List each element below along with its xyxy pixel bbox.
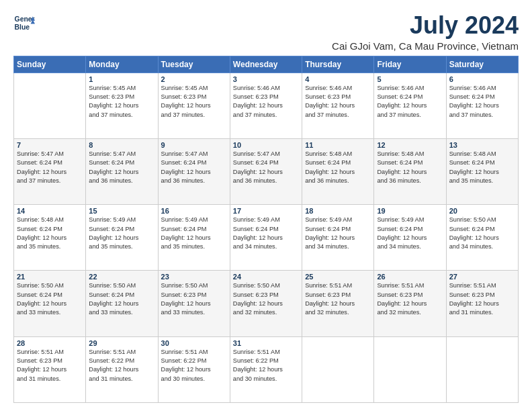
week-row-2: 7Sunrise: 5:47 AM Sunset: 6:24 PM Daylig… [14, 138, 519, 204]
day-number: 18 [305, 207, 371, 215]
day-info: Sunrise: 5:46 AM Sunset: 6:23 PM Dayligh… [305, 84, 371, 120]
day-info: Sunrise: 5:48 AM Sunset: 6:24 PM Dayligh… [17, 216, 83, 251]
day-info: Sunrise: 5:45 AM Sunset: 6:23 PM Dayligh… [161, 84, 227, 120]
calendar-header: Sunday Monday Tuesday Wednesday Thursday… [14, 56, 519, 73]
calendar-cell: 5Sunrise: 5:46 AM Sunset: 6:24 PM Daylig… [374, 73, 446, 138]
day-number: 5 [377, 75, 443, 83]
calendar-cell: 12Sunrise: 5:48 AM Sunset: 6:24 PM Dayli… [374, 138, 446, 204]
week-row-3: 14Sunrise: 5:48 AM Sunset: 6:24 PM Dayli… [14, 205, 519, 271]
day-number: 19 [377, 207, 443, 215]
calendar-cell: 23Sunrise: 5:50 AM Sunset: 6:23 PM Dayli… [158, 271, 230, 336]
header-monday: Monday [86, 56, 158, 73]
day-number: 25 [305, 273, 371, 281]
day-number: 29 [89, 339, 154, 347]
calendar-cell: 27Sunrise: 5:51 AM Sunset: 6:23 PM Dayli… [446, 271, 518, 336]
day-info: Sunrise: 5:50 AM Sunset: 6:23 PM Dayligh… [161, 281, 227, 317]
day-info: Sunrise: 5:49 AM Sunset: 6:24 PM Dayligh… [161, 216, 227, 251]
day-number: 17 [233, 207, 299, 215]
logo: General Blue [13, 12, 35, 34]
day-number: 15 [89, 207, 154, 215]
calendar-cell: 7Sunrise: 5:47 AM Sunset: 6:24 PM Daylig… [14, 138, 86, 204]
header-row: Sunday Monday Tuesday Wednesday Thursday… [14, 56, 519, 73]
day-info: Sunrise: 5:48 AM Sunset: 6:24 PM Dayligh… [377, 150, 443, 185]
page: General Blue July 2024 Cai GJoi Vam, Ca … [0, 0, 532, 411]
calendar-cell: 8Sunrise: 5:47 AM Sunset: 6:24 PM Daylig… [86, 138, 158, 204]
calendar-cell: 9Sunrise: 5:47 AM Sunset: 6:24 PM Daylig… [158, 138, 230, 204]
calendar-cell: 17Sunrise: 5:49 AM Sunset: 6:24 PM Dayli… [230, 205, 302, 271]
calendar-cell: 16Sunrise: 5:49 AM Sunset: 6:24 PM Dayli… [158, 205, 230, 271]
calendar-cell: 29Sunrise: 5:51 AM Sunset: 6:22 PM Dayli… [86, 336, 158, 402]
calendar-table: Sunday Monday Tuesday Wednesday Thursday… [13, 56, 519, 403]
day-info: Sunrise: 5:50 AM Sunset: 6:24 PM Dayligh… [449, 216, 515, 251]
day-number: 16 [161, 207, 227, 215]
header-tuesday: Tuesday [158, 56, 230, 73]
calendar-cell: 31Sunrise: 5:51 AM Sunset: 6:22 PM Dayli… [230, 336, 302, 402]
main-title: July 2024 [332, 12, 519, 39]
day-info: Sunrise: 5:45 AM Sunset: 6:23 PM Dayligh… [89, 84, 154, 120]
day-info: Sunrise: 5:51 AM Sunset: 6:23 PM Dayligh… [17, 348, 83, 383]
day-info: Sunrise: 5:51 AM Sunset: 6:23 PM Dayligh… [305, 281, 371, 317]
calendar-cell: 20Sunrise: 5:50 AM Sunset: 6:24 PM Dayli… [446, 205, 518, 271]
day-number: 6 [449, 75, 515, 83]
calendar-cell: 4Sunrise: 5:46 AM Sunset: 6:23 PM Daylig… [302, 73, 374, 138]
day-number: 3 [233, 75, 299, 83]
calendar-cell [446, 336, 518, 402]
header-friday: Friday [374, 56, 446, 73]
calendar-cell: 14Sunrise: 5:48 AM Sunset: 6:24 PM Dayli… [14, 205, 86, 271]
calendar-cell: 10Sunrise: 5:47 AM Sunset: 6:24 PM Dayli… [230, 138, 302, 204]
day-info: Sunrise: 5:51 AM Sunset: 6:22 PM Dayligh… [89, 348, 154, 383]
day-info: Sunrise: 5:51 AM Sunset: 6:23 PM Dayligh… [449, 281, 515, 317]
subtitle: Cai GJoi Vam, Ca Mau Province, Vietnam [332, 40, 519, 52]
day-info: Sunrise: 5:51 AM Sunset: 6:22 PM Dayligh… [161, 348, 227, 383]
calendar-cell: 13Sunrise: 5:48 AM Sunset: 6:24 PM Dayli… [446, 138, 518, 204]
header-thursday: Thursday [302, 56, 374, 73]
header: General Blue July 2024 Cai GJoi Vam, Ca … [13, 12, 519, 52]
day-number: 4 [305, 75, 371, 83]
day-info: Sunrise: 5:51 AM Sunset: 6:22 PM Dayligh… [233, 348, 299, 383]
calendar-cell [14, 73, 86, 138]
day-info: Sunrise: 5:47 AM Sunset: 6:24 PM Dayligh… [161, 150, 227, 185]
calendar-cell: 3Sunrise: 5:46 AM Sunset: 6:23 PM Daylig… [230, 73, 302, 138]
day-info: Sunrise: 5:46 AM Sunset: 6:24 PM Dayligh… [377, 84, 443, 120]
calendar-cell: 18Sunrise: 5:49 AM Sunset: 6:24 PM Dayli… [302, 205, 374, 271]
day-info: Sunrise: 5:50 AM Sunset: 6:24 PM Dayligh… [89, 281, 154, 317]
header-saturday: Saturday [446, 56, 518, 73]
day-info: Sunrise: 5:50 AM Sunset: 6:24 PM Dayligh… [17, 281, 83, 317]
calendar-cell: 2Sunrise: 5:45 AM Sunset: 6:23 PM Daylig… [158, 73, 230, 138]
day-info: Sunrise: 5:49 AM Sunset: 6:24 PM Dayligh… [305, 216, 371, 251]
day-number: 26 [377, 273, 443, 281]
calendar-cell: 21Sunrise: 5:50 AM Sunset: 6:24 PM Dayli… [14, 271, 86, 336]
calendar-cell: 19Sunrise: 5:49 AM Sunset: 6:24 PM Dayli… [374, 205, 446, 271]
day-info: Sunrise: 5:49 AM Sunset: 6:24 PM Dayligh… [377, 216, 443, 251]
title-block: July 2024 Cai GJoi Vam, Ca Mau Province,… [332, 12, 519, 52]
day-info: Sunrise: 5:51 AM Sunset: 6:23 PM Dayligh… [377, 281, 443, 317]
day-number: 21 [17, 273, 83, 281]
generalblue-logo-icon: General Blue [13, 12, 35, 34]
week-row-5: 28Sunrise: 5:51 AM Sunset: 6:23 PM Dayli… [14, 336, 519, 402]
day-number: 27 [449, 273, 515, 281]
calendar-cell: 25Sunrise: 5:51 AM Sunset: 6:23 PM Dayli… [302, 271, 374, 336]
day-number: 24 [233, 273, 299, 281]
day-info: Sunrise: 5:49 AM Sunset: 6:24 PM Dayligh… [89, 216, 154, 251]
calendar-cell: 28Sunrise: 5:51 AM Sunset: 6:23 PM Dayli… [14, 336, 86, 402]
calendar-cell: 22Sunrise: 5:50 AM Sunset: 6:24 PM Dayli… [86, 271, 158, 336]
calendar-cell: 24Sunrise: 5:50 AM Sunset: 6:23 PM Dayli… [230, 271, 302, 336]
calendar-cell: 26Sunrise: 5:51 AM Sunset: 6:23 PM Dayli… [374, 271, 446, 336]
calendar-cell [302, 336, 374, 402]
week-row-1: 1Sunrise: 5:45 AM Sunset: 6:23 PM Daylig… [14, 73, 519, 138]
header-sunday: Sunday [14, 56, 86, 73]
calendar-cell: 30Sunrise: 5:51 AM Sunset: 6:22 PM Dayli… [158, 336, 230, 402]
day-info: Sunrise: 5:50 AM Sunset: 6:23 PM Dayligh… [233, 281, 299, 317]
day-number: 9 [161, 141, 227, 149]
calendar-cell [374, 336, 446, 402]
day-number: 14 [17, 207, 83, 215]
calendar-cell: 1Sunrise: 5:45 AM Sunset: 6:23 PM Daylig… [86, 73, 158, 138]
day-info: Sunrise: 5:48 AM Sunset: 6:24 PM Dayligh… [305, 150, 371, 185]
day-info: Sunrise: 5:46 AM Sunset: 6:23 PM Dayligh… [233, 84, 299, 120]
calendar-cell: 6Sunrise: 5:46 AM Sunset: 6:24 PM Daylig… [446, 73, 518, 138]
day-info: Sunrise: 5:49 AM Sunset: 6:24 PM Dayligh… [233, 216, 299, 251]
day-number: 10 [233, 141, 299, 149]
day-number: 2 [161, 75, 227, 83]
day-number: 20 [449, 207, 515, 215]
day-number: 1 [89, 75, 154, 83]
